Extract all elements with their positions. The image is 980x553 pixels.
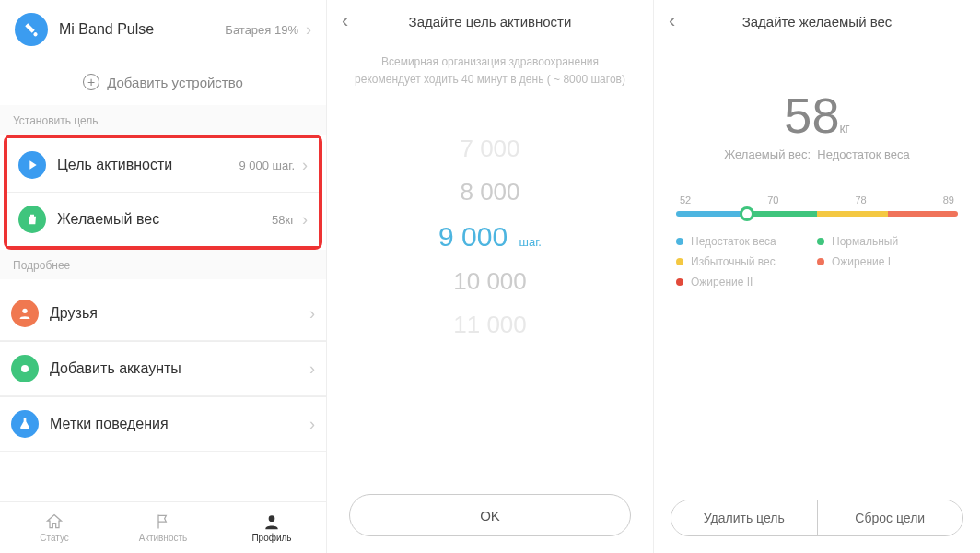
tab-activity-label: Активность: [139, 533, 188, 543]
legend-dot: [817, 238, 824, 245]
slider-seg-underweight: [676, 211, 747, 217]
goals-highlight-box: Цель активности 9 000 шаг. › Желаемый ве…: [4, 135, 322, 250]
device-name: Mi Band Pulse: [59, 21, 225, 38]
legend-dot: [676, 278, 683, 286]
slider-handle[interactable]: [740, 206, 754, 221]
chevron-right-icon: ›: [302, 156, 308, 175]
weight-number: 58: [784, 88, 839, 143]
reset-goal-button[interactable]: Сброс цели: [817, 500, 963, 535]
wheel-item-selected: 9 000 шаг.: [327, 214, 653, 260]
steps-wheel[interactable]: 7 000 8 000 9 000 шаг. 10 000 11 000: [327, 100, 653, 374]
legend: Недостаток веса Нормальный Избыточный ве…: [676, 231, 958, 292]
legend-dot: [817, 258, 824, 265]
legend-dot: [676, 258, 683, 265]
activity-goal-value: 9 000 шаг.: [239, 159, 295, 172]
activity-goal-row[interactable]: Цель активности 9 000 шаг. ›: [7, 138, 319, 192]
slider-seg-normal: [747, 211, 818, 217]
panel2-header: ‹ Задайте цель активности: [327, 0, 653, 42]
back-button[interactable]: ‹: [342, 9, 348, 33]
chevron-right-icon: ›: [309, 415, 315, 434]
device-battery: Батарея 19%: [225, 23, 298, 37]
back-button[interactable]: ‹: [669, 9, 675, 33]
flag-icon: [154, 512, 172, 531]
play-icon: [18, 151, 46, 179]
weight-goal-label: Желаемый вес: [57, 211, 272, 228]
panel3-title: Задайте желаемый вес: [742, 14, 892, 29]
panel3-header: ‹ Задайте желаемый вес: [654, 0, 980, 42]
tab-activity[interactable]: Активность: [109, 502, 217, 553]
section-goals-header: Установить цель: [0, 105, 326, 135]
weight-goal-panel: ‹ Задайте желаемый вес 58кг Желаемый вес…: [654, 0, 980, 553]
wheel-item: 11 000: [327, 303, 653, 347]
tags-row[interactable]: Метки поведения ›: [0, 396, 326, 452]
who-line2: рекомендует ходить 40 минут в день ( ~ 8…: [349, 71, 631, 88]
tick: 78: [856, 194, 867, 206]
chevron-right-icon: ›: [302, 210, 308, 229]
bag-icon: [18, 206, 46, 233]
weight-value: 58кг: [654, 87, 980, 144]
tab-bar: Статус Активность Профиль: [0, 501, 326, 553]
wheel-item: 10 000: [327, 260, 653, 303]
svg-point-1: [21, 365, 29, 372]
add-device-label: Добавить устройство: [107, 75, 243, 90]
flask-icon: [11, 410, 39, 438]
ok-button[interactable]: OK: [349, 494, 631, 536]
bmi-slider[interactable]: 52 70 78 89: [676, 194, 958, 217]
legend-item: Недостаток веса: [676, 231, 817, 252]
weight-goal-row[interactable]: Желаемый вес 58кг ›: [7, 192, 319, 246]
tab-profile[interactable]: Профиль: [217, 502, 326, 553]
friends-label: Друзья: [50, 305, 309, 322]
legend-item: Ожирение I: [817, 252, 958, 272]
weight-goal-value: 58кг: [272, 213, 295, 227]
more-list: Друзья › Добавить аккаунты › Метки повед…: [0, 287, 326, 452]
target-line: Желаемый вес: Недостаток веса: [654, 147, 980, 161]
tab-status[interactable]: Статус: [0, 502, 109, 553]
who-text: Всемирная организация здравоохранения ре…: [327, 42, 653, 100]
band-icon: [15, 13, 48, 46]
accounts-row[interactable]: Добавить аккаунты ›: [0, 341, 326, 396]
slider-ticks: 52 70 78 89: [676, 194, 958, 211]
svg-point-0: [22, 309, 27, 313]
tags-label: Метки поведения: [50, 416, 309, 432]
tick: 89: [943, 194, 954, 206]
who-line1: Всемирная организация здравоохранения: [349, 53, 631, 71]
plus-icon: +: [83, 74, 99, 90]
profile-icon: [262, 512, 281, 531]
delete-goal-button[interactable]: Удалить цель: [671, 500, 817, 535]
svg-point-2: [269, 515, 275, 522]
tick: 52: [680, 194, 691, 206]
button-row: Удалить цель Сброс цели: [671, 500, 963, 536]
slider-seg-obese: [888, 211, 959, 217]
slider-seg-overweight: [817, 211, 888, 217]
legend-item: Избыточный вес: [676, 252, 817, 272]
friends-row[interactable]: Друзья ›: [0, 287, 326, 341]
profile-panel: Mi Band Pulse Батарея 19% › + Добавить у…: [0, 0, 327, 553]
chevron-right-icon: ›: [309, 304, 315, 324]
legend-dot: [676, 238, 683, 245]
target-label: Желаемый вес:: [724, 147, 811, 161]
chevron-right-icon: ›: [309, 359, 315, 379]
weight-unit: кг: [839, 121, 849, 135]
device-row[interactable]: Mi Band Pulse Батарея 19% ›: [0, 0, 326, 59]
tab-profile-label: Профиль: [251, 533, 291, 543]
slider-track: [676, 211, 958, 217]
wheel-item: 8 000: [327, 171, 653, 214]
section-more-header: Подробнее: [0, 250, 326, 279]
legend-item: Ожирение II: [676, 272, 817, 292]
tab-status-label: Статус: [40, 533, 69, 543]
chevron-right-icon: ›: [306, 20, 311, 40]
activity-goal-label: Цель активности: [57, 157, 239, 173]
user-icon: [11, 300, 39, 327]
add-device-button[interactable]: + Добавить устройство: [0, 59, 326, 105]
panel2-title: Задайте цель активности: [409, 14, 572, 29]
legend-item: Нормальный: [817, 231, 958, 252]
target-status: Недостаток веса: [817, 147, 909, 161]
accounts-label: Добавить аккаунты: [50, 360, 309, 377]
activity-goal-panel: ‹ Задайте цель активности Всемирная орга…: [327, 0, 654, 553]
link-icon: [11, 355, 39, 382]
wheel-item: 7 000: [327, 127, 653, 171]
home-icon: [45, 512, 64, 531]
tick: 70: [767, 194, 778, 206]
